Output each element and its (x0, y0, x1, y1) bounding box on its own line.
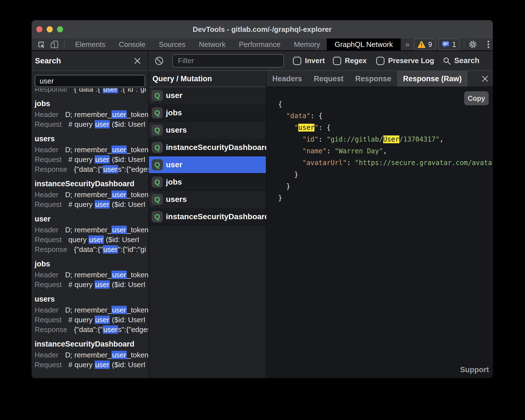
query-list-item-instancesecuritydashboard[interactable]: QinstanceSecurityDashboard (149, 208, 266, 226)
search-result-row[interactable]: Request# query user ($id: UserI (35, 280, 148, 290)
message-bubble-icon (442, 40, 450, 48)
zoom-window-button[interactable] (57, 26, 63, 32)
devtools-tab-memory[interactable]: Memory (287, 39, 327, 50)
match-highlight: user (111, 226, 127, 234)
devtools-tab-console[interactable]: Console (112, 39, 152, 50)
detail-tab-request[interactable]: Request (308, 71, 350, 87)
kebab-menu-icon[interactable] (484, 40, 493, 49)
query-list-item-jobs[interactable]: Qjobs (149, 104, 266, 122)
query-list-item-label: instanceSecurityDashboard (166, 212, 269, 221)
detail-tab-response[interactable]: Response (349, 71, 397, 87)
match-highlight: user (95, 120, 110, 128)
devtools-tab-elements[interactable]: Elements (68, 39, 112, 50)
devtools-tab-graphql-network[interactable]: GraphQL Network (327, 39, 401, 50)
search-result-row[interactable]: Request# query user ($id: UserI (35, 155, 148, 164)
detail-tab-response-raw-[interactable]: Response (Raw) (397, 71, 467, 87)
json-line: "data": { (278, 110, 493, 122)
devtools-tabbar: ElementsConsoleSourcesNetworkPerformance… (32, 39, 493, 51)
query-type-badge: Q (152, 159, 163, 170)
result-row-label: Request (35, 316, 62, 324)
result-text: ":{"id":"gi (118, 245, 146, 254)
search-result-row[interactable]: HeaderD; remember_user_token=e (35, 110, 148, 120)
result-text: ($id: UserI (104, 235, 139, 244)
result-row-label: Header (35, 145, 58, 154)
search-result-group-title: instanceSecurityDashboard (35, 340, 148, 348)
query-type-badge: Q (152, 90, 163, 101)
clear-block-icon[interactable] (154, 56, 164, 66)
query-type-badge: Q (152, 125, 163, 136)
inspect-element-icon[interactable] (37, 40, 46, 49)
invert-checkbox[interactable] (293, 57, 301, 65)
result-text: _token=e (127, 145, 148, 154)
settings-gear-icon[interactable] (468, 40, 477, 49)
json-token: "id" (302, 135, 319, 143)
search-result-row[interactable]: Request# query user ($id: UserI (35, 360, 148, 370)
query-list-panel: Query / Mutation QuserQjobsQusersQinstan… (149, 71, 266, 378)
json-token: : (326, 147, 335, 155)
result-text: _token=e (127, 226, 148, 234)
invert-label: Invert (305, 56, 325, 65)
query-list-item-user[interactable]: Quser (149, 156, 266, 174)
filter-input[interactable] (172, 54, 284, 68)
search-result-group-title: jobs (35, 260, 148, 268)
search-result-row[interactable]: Response{"data":{"user":{"id":"gi (35, 88, 148, 94)
devtools-tab-sources[interactable]: Sources (152, 39, 192, 50)
search-panel: Response{"data":{"user":{"id":"gijobsHea… (32, 71, 149, 378)
search-result-row[interactable]: HeaderD; remember_user_token=e (35, 270, 148, 280)
result-text: D; remember_ (65, 145, 111, 154)
search-result-row[interactable]: HeaderD; remember_user_token=e (35, 225, 148, 235)
result-row-label: Request (35, 280, 62, 289)
preserve-log-label: Preserve Log (388, 56, 434, 65)
warnings-badge[interactable]: 9 (414, 39, 436, 50)
messages-badge[interactable]: 1 (438, 39, 460, 50)
query-list-item-jobs[interactable]: Qjobs (149, 174, 266, 191)
query-type-badge: Q (152, 211, 163, 222)
match-highlight: user (103, 325, 118, 334)
result-text: # query (68, 120, 95, 128)
query-list-item-user[interactable]: Quser (149, 87, 155, 104)
search-result-row[interactable]: Response{"data":{"user":{"id":"gi (35, 245, 148, 254)
result-text: s":{"edges (118, 325, 148, 334)
search-result-row[interactable]: Response{"data":{"users":{"edges (35, 325, 148, 335)
search-result-row[interactable]: Requestquery user ($id: UserI (35, 235, 148, 245)
support-link[interactable]: Support (460, 366, 489, 374)
close-window-button[interactable] (36, 26, 42, 32)
result-text: ($id: UserI (110, 316, 145, 324)
devtools-tab-network[interactable]: Network (192, 39, 232, 50)
minimize-window-button[interactable] (47, 26, 53, 32)
search-panel-header: Search (32, 51, 148, 70)
toolbar-row: Search InvertRegexPreserve Log (32, 51, 493, 71)
device-toolbar-icon[interactable] (50, 40, 59, 49)
search-result-row[interactable]: HeaderD; remember_user_token=e (35, 350, 148, 360)
search-result-row[interactable]: HeaderD; remember_user_token=e (35, 305, 148, 315)
search-result-row[interactable]: Request# query user ($id: UserI (35, 200, 148, 209)
regex-checkbox[interactable] (333, 57, 341, 65)
json-line: "id": "gid://gitlab/User/13704317", (278, 133, 493, 145)
query-list-item-users[interactable]: Qusers (149, 122, 155, 139)
detail-panel: HeadersRequestResponseResponse (Raw) Cop… (266, 71, 493, 378)
search-query-input[interactable] (35, 75, 145, 87)
result-row-label: Header (35, 306, 58, 314)
query-list-item-users[interactable]: Qusers (149, 191, 155, 208)
match-highlight: user (111, 306, 127, 314)
search-toolbar-label[interactable]: Search (454, 56, 479, 65)
result-row-label: Request (35, 155, 62, 164)
result-text: _token=e (127, 351, 148, 359)
json-line: "user": { (278, 122, 493, 133)
more-tabs-chevron-icon[interactable]: » (401, 40, 414, 49)
checkbox-group-regex: Regex (333, 56, 367, 65)
search-result-row[interactable]: Request# query user ($id: UserI (35, 315, 148, 325)
close-search-icon[interactable] (134, 57, 141, 65)
close-detail-icon[interactable] (481, 71, 489, 87)
search-result-row[interactable]: Request# query user ($id: UserI (35, 120, 148, 129)
search-result-row[interactable]: Response{"data":{"users":{"edges (35, 164, 148, 174)
json-line: } (278, 180, 493, 192)
search-result-row[interactable]: HeaderD; remember_user_token=e (35, 145, 148, 155)
preserve-log-checkbox[interactable] (376, 57, 385, 65)
query-list-item-instancesecuritydashboard[interactable]: QinstanceSecurityDashboard (149, 139, 266, 156)
devtools-tab-performance[interactable]: Performance (232, 39, 287, 50)
result-text: D; remember_ (65, 271, 111, 279)
search-result-row[interactable]: HeaderD; remember_user_token=e (35, 190, 148, 200)
result-text: _token=e (127, 110, 148, 119)
detail-tab-headers[interactable]: Headers (266, 71, 308, 87)
